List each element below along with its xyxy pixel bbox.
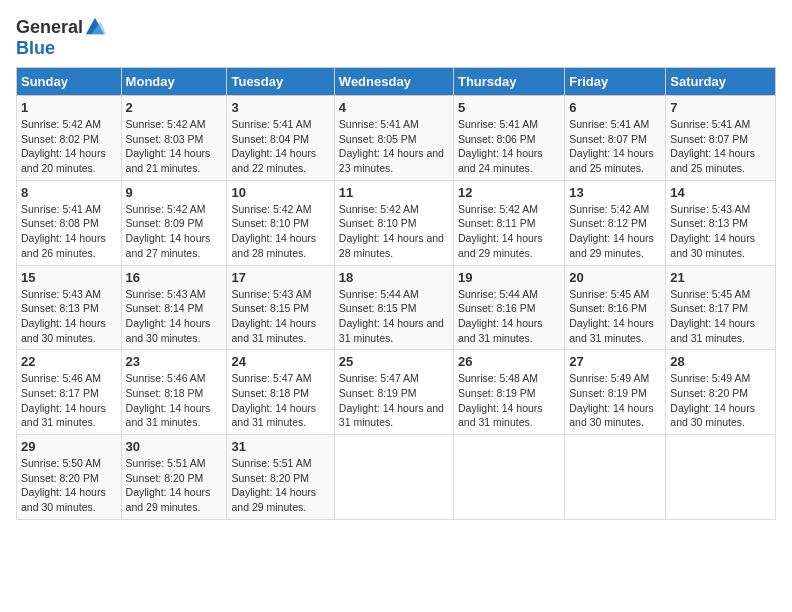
col-header-monday: Monday [121,68,227,96]
day-info: Sunrise: 5:45 AMSunset: 8:17 PMDaylight:… [670,287,771,346]
calendar-cell: 20 Sunrise: 5:45 AMSunset: 8:16 PMDaylig… [565,265,666,350]
calendar-cell: 14 Sunrise: 5:43 AMSunset: 8:13 PMDaylig… [666,180,776,265]
day-info: Sunrise: 5:47 AMSunset: 8:18 PMDaylight:… [231,371,329,430]
calendar-cell: 19 Sunrise: 5:44 AMSunset: 8:16 PMDaylig… [453,265,564,350]
calendar-cell: 23 Sunrise: 5:46 AMSunset: 8:18 PMDaylig… [121,350,227,435]
day-number: 20 [569,270,661,285]
calendar-cell: 30 Sunrise: 5:51 AMSunset: 8:20 PMDaylig… [121,435,227,520]
day-info: Sunrise: 5:42 AMSunset: 8:11 PMDaylight:… [458,202,560,261]
day-info: Sunrise: 5:42 AMSunset: 8:10 PMDaylight:… [339,202,449,261]
day-number: 7 [670,100,771,115]
calendar-cell: 4 Sunrise: 5:41 AMSunset: 8:05 PMDayligh… [334,96,453,181]
day-number: 12 [458,185,560,200]
day-number: 25 [339,354,449,369]
day-info: Sunrise: 5:41 AMSunset: 8:04 PMDaylight:… [231,117,329,176]
calendar-cell: 2 Sunrise: 5:42 AMSunset: 8:03 PMDayligh… [121,96,227,181]
logo-icon [84,16,106,38]
day-info: Sunrise: 5:51 AMSunset: 8:20 PMDaylight:… [231,456,329,515]
calendar-week-5: 29 Sunrise: 5:50 AMSunset: 8:20 PMDaylig… [17,435,776,520]
day-info: Sunrise: 5:41 AMSunset: 8:08 PMDaylight:… [21,202,117,261]
day-number: 23 [126,354,223,369]
day-info: Sunrise: 5:41 AMSunset: 8:07 PMDaylight:… [670,117,771,176]
day-info: Sunrise: 5:42 AMSunset: 8:03 PMDaylight:… [126,117,223,176]
calendar-cell: 25 Sunrise: 5:47 AMSunset: 8:19 PMDaylig… [334,350,453,435]
day-number: 26 [458,354,560,369]
day-number: 16 [126,270,223,285]
logo-blue: Blue [16,38,55,59]
day-number: 13 [569,185,661,200]
day-info: Sunrise: 5:43 AMSunset: 8:13 PMDaylight:… [670,202,771,261]
day-info: Sunrise: 5:43 AMSunset: 8:13 PMDaylight:… [21,287,117,346]
calendar-cell: 11 Sunrise: 5:42 AMSunset: 8:10 PMDaylig… [334,180,453,265]
day-number: 11 [339,185,449,200]
day-number: 10 [231,185,329,200]
day-info: Sunrise: 5:47 AMSunset: 8:19 PMDaylight:… [339,371,449,430]
day-info: Sunrise: 5:42 AMSunset: 8:10 PMDaylight:… [231,202,329,261]
day-info: Sunrise: 5:41 AMSunset: 8:06 PMDaylight:… [458,117,560,176]
calendar-cell: 10 Sunrise: 5:42 AMSunset: 8:10 PMDaylig… [227,180,334,265]
logo: General Blue [16,16,106,59]
calendar-week-1: 1 Sunrise: 5:42 AMSunset: 8:02 PMDayligh… [17,96,776,181]
calendar-cell: 31 Sunrise: 5:51 AMSunset: 8:20 PMDaylig… [227,435,334,520]
calendar-week-3: 15 Sunrise: 5:43 AMSunset: 8:13 PMDaylig… [17,265,776,350]
day-number: 18 [339,270,449,285]
calendar-cell: 17 Sunrise: 5:43 AMSunset: 8:15 PMDaylig… [227,265,334,350]
calendar-cell [565,435,666,520]
calendar-cell: 29 Sunrise: 5:50 AMSunset: 8:20 PMDaylig… [17,435,122,520]
day-number: 5 [458,100,560,115]
day-number: 15 [21,270,117,285]
day-info: Sunrise: 5:50 AMSunset: 8:20 PMDaylight:… [21,456,117,515]
day-number: 17 [231,270,329,285]
calendar-cell: 22 Sunrise: 5:46 AMSunset: 8:17 PMDaylig… [17,350,122,435]
day-info: Sunrise: 5:49 AMSunset: 8:20 PMDaylight:… [670,371,771,430]
day-number: 21 [670,270,771,285]
calendar-cell: 1 Sunrise: 5:42 AMSunset: 8:02 PMDayligh… [17,96,122,181]
calendar-cell: 24 Sunrise: 5:47 AMSunset: 8:18 PMDaylig… [227,350,334,435]
calendar-table: SundayMondayTuesdayWednesdayThursdayFrid… [16,67,776,520]
calendar-cell [334,435,453,520]
day-number: 1 [21,100,117,115]
day-info: Sunrise: 5:51 AMSunset: 8:20 PMDaylight:… [126,456,223,515]
calendar-cell: 7 Sunrise: 5:41 AMSunset: 8:07 PMDayligh… [666,96,776,181]
calendar-cell: 9 Sunrise: 5:42 AMSunset: 8:09 PMDayligh… [121,180,227,265]
calendar-cell: 3 Sunrise: 5:41 AMSunset: 8:04 PMDayligh… [227,96,334,181]
day-info: Sunrise: 5:42 AMSunset: 8:02 PMDaylight:… [21,117,117,176]
day-number: 2 [126,100,223,115]
calendar-cell: 18 Sunrise: 5:44 AMSunset: 8:15 PMDaylig… [334,265,453,350]
calendar-cell: 27 Sunrise: 5:49 AMSunset: 8:19 PMDaylig… [565,350,666,435]
day-info: Sunrise: 5:43 AMSunset: 8:15 PMDaylight:… [231,287,329,346]
calendar-cell: 21 Sunrise: 5:45 AMSunset: 8:17 PMDaylig… [666,265,776,350]
day-info: Sunrise: 5:42 AMSunset: 8:12 PMDaylight:… [569,202,661,261]
day-info: Sunrise: 5:44 AMSunset: 8:15 PMDaylight:… [339,287,449,346]
day-info: Sunrise: 5:41 AMSunset: 8:07 PMDaylight:… [569,117,661,176]
calendar-cell: 8 Sunrise: 5:41 AMSunset: 8:08 PMDayligh… [17,180,122,265]
calendar-cell: 28 Sunrise: 5:49 AMSunset: 8:20 PMDaylig… [666,350,776,435]
day-number: 27 [569,354,661,369]
day-info: Sunrise: 5:46 AMSunset: 8:18 PMDaylight:… [126,371,223,430]
day-number: 8 [21,185,117,200]
calendar-week-4: 22 Sunrise: 5:46 AMSunset: 8:17 PMDaylig… [17,350,776,435]
day-number: 28 [670,354,771,369]
calendar-cell [666,435,776,520]
day-info: Sunrise: 5:42 AMSunset: 8:09 PMDaylight:… [126,202,223,261]
day-number: 30 [126,439,223,454]
day-number: 6 [569,100,661,115]
calendar-cell: 13 Sunrise: 5:42 AMSunset: 8:12 PMDaylig… [565,180,666,265]
day-info: Sunrise: 5:46 AMSunset: 8:17 PMDaylight:… [21,371,117,430]
calendar-cell: 12 Sunrise: 5:42 AMSunset: 8:11 PMDaylig… [453,180,564,265]
calendar-week-2: 8 Sunrise: 5:41 AMSunset: 8:08 PMDayligh… [17,180,776,265]
calendar-cell: 16 Sunrise: 5:43 AMSunset: 8:14 PMDaylig… [121,265,227,350]
day-number: 9 [126,185,223,200]
page-header: General Blue [16,16,776,59]
calendar-cell: 15 Sunrise: 5:43 AMSunset: 8:13 PMDaylig… [17,265,122,350]
day-number: 22 [21,354,117,369]
col-header-friday: Friday [565,68,666,96]
day-number: 29 [21,439,117,454]
day-number: 19 [458,270,560,285]
day-number: 3 [231,100,329,115]
day-info: Sunrise: 5:44 AMSunset: 8:16 PMDaylight:… [458,287,560,346]
day-info: Sunrise: 5:41 AMSunset: 8:05 PMDaylight:… [339,117,449,176]
calendar-cell: 6 Sunrise: 5:41 AMSunset: 8:07 PMDayligh… [565,96,666,181]
calendar-cell [453,435,564,520]
calendar-cell: 26 Sunrise: 5:48 AMSunset: 8:19 PMDaylig… [453,350,564,435]
